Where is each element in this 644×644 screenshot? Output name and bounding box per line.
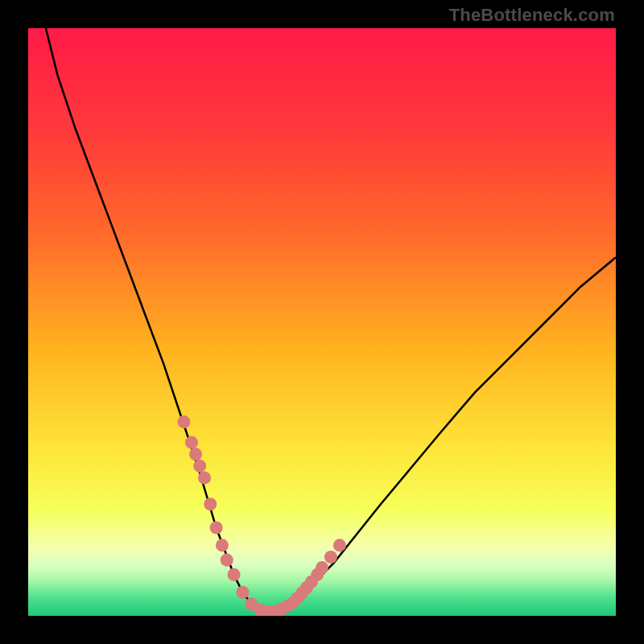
marker-point [324,551,337,564]
marker-point [198,471,211,484]
marker-point [185,436,198,449]
highlighted-points [177,415,346,616]
marker-point [193,460,206,473]
chart-svg [28,28,616,616]
marker-point [221,554,233,567]
marker-point [210,521,223,534]
bottleneck-curve [46,28,616,613]
marker-point [333,539,346,551]
marker-point [204,497,217,510]
watermark-text: TheBottleneck.com [449,5,615,26]
marker-point [236,586,249,599]
chart-frame: TheBottleneck.com [0,0,644,644]
marker-point [227,568,240,581]
marker-point [189,448,202,460]
marker-point [216,539,229,551]
marker-point [316,561,328,574]
plot-area [28,28,616,616]
marker-point [177,415,190,428]
